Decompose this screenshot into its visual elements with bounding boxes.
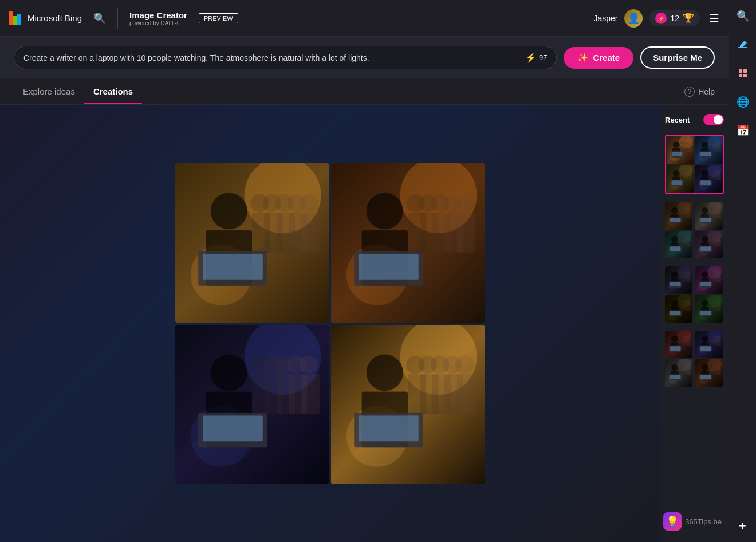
trophy-icon: 🏆 [683,13,694,23]
user-name: Jasper [593,14,617,23]
hamburger-menu[interactable]: ☰ [709,11,719,25]
generated-image-1[interactable] [175,163,329,323]
boost-badge: ⚡ 97 [525,52,547,63]
header-search-icon[interactable]: 🔍 [93,12,106,25]
sidebar-globe-icon[interactable]: 🌐 [734,93,752,111]
thumbnail-3-1[interactable] [665,266,692,294]
preview-badge[interactable]: PREVIEW [199,13,238,23]
boost-count: 97 [539,53,547,62]
svg-rect-9 [743,74,747,77]
help-button[interactable]: ? Help [684,87,715,97]
thumbnail-3-3[interactable] [665,295,692,323]
brand-area: Microsoft Bing [9,11,82,25]
thumbnail-2-4[interactable] [695,231,723,258]
coin-icon: ⚡ [655,13,667,24]
brand-name: Microsoft Bing [27,13,82,23]
thumbnail-1-3[interactable] [667,165,694,193]
image-creator-title: Image Creator [129,10,187,20]
thumbnail-1-4[interactable] [695,165,723,193]
right-panel: Recent [660,105,729,542]
sidebar-plus-icon[interactable]: + [734,517,752,535]
create-button[interactable]: ✨ Create [564,47,633,69]
search-text[interactable]: Create a writer on a laptop with 10 peop… [23,53,519,62]
thumbnail-1-1[interactable] [667,136,694,164]
thumbnail-3-4[interactable] [695,295,723,323]
content-area: Recent [0,105,729,542]
thumbnail-1-2[interactable] [695,136,723,164]
svg-rect-5 [738,47,747,48]
recent-toggle[interactable] [703,114,724,125]
watermark-icon: 💡 [663,512,682,531]
sidebar-tools-icon[interactable] [734,64,752,83]
thumbnail-group-4[interactable] [665,331,724,387]
image-creator-info: Image Creator powered by DALL-E [129,10,187,26]
thumbnail-4-3[interactable] [665,359,692,387]
tab-creations[interactable]: Creations [84,78,142,104]
search-input-wrap: Create a writer on a laptop with 10 peop… [14,46,557,69]
thumbnail-4-4[interactable] [695,359,723,387]
svg-rect-2 [17,14,21,25]
create-label: Create [593,53,620,62]
thumbnail-group-2[interactable] [665,202,724,258]
sidebar-edit-icon[interactable] [734,36,752,54]
sidebar-calendar-icon[interactable]: 📅 [734,121,752,140]
surprise-button[interactable]: Surprise Me [640,46,715,69]
generated-image-3[interactable] [175,325,329,484]
create-icon: ✨ [577,53,588,63]
svg-rect-1 [13,16,17,25]
recent-label: Recent [665,116,690,124]
help-circle-icon: ? [684,87,695,97]
svg-rect-6 [739,69,742,73]
images-section [0,105,660,542]
user-avatar[interactable]: 👤 [624,9,643,28]
watermark: 💡 365Tips.be [663,512,722,531]
powered-by-label: powered by DALL-E [129,20,187,26]
tab-explore[interactable]: Explore ideas [14,78,84,104]
tabs-bar: Explore ideas Creations ? Help [0,78,729,105]
generated-image-4[interactable] [331,325,485,484]
lightning-icon: ⚡ [525,52,537,63]
thumbnail-2-3[interactable] [665,231,692,258]
header-divider [117,8,118,29]
svg-text:⚡: ⚡ [658,15,665,22]
coins-count: 12 [670,14,679,23]
sidebar-search-icon[interactable]: 🔍 [734,7,752,25]
coins-badge[interactable]: ⚡ 12 🏆 [649,10,700,26]
thumbnail-3-2[interactable] [695,266,723,294]
generated-image-2[interactable] [331,163,485,323]
thumbnail-2-2[interactable] [695,202,723,230]
thumbnail-4-2[interactable] [695,331,723,358]
bing-logo [9,11,23,25]
svg-rect-0 [9,11,13,25]
search-area: Create a writer on a laptop with 10 peop… [0,37,729,78]
thumbnail-4-1[interactable] [665,331,692,358]
svg-rect-7 [743,69,747,73]
thumbnail-2-1[interactable] [665,202,692,230]
header-right: Jasper 👤 ⚡ 12 🏆 ☰ [593,9,719,28]
svg-rect-8 [739,74,742,77]
images-grid [175,163,485,484]
thumbnail-group-1[interactable] [665,135,724,194]
watermark-text: 365Tips.be [685,517,722,526]
right-sidebar: 🔍 🌐 📅 + [729,0,756,542]
recent-header: Recent [665,114,724,125]
thumbnail-group-3[interactable] [665,266,724,323]
header: Microsoft Bing 🔍 Image Creator powered b… [0,0,729,37]
